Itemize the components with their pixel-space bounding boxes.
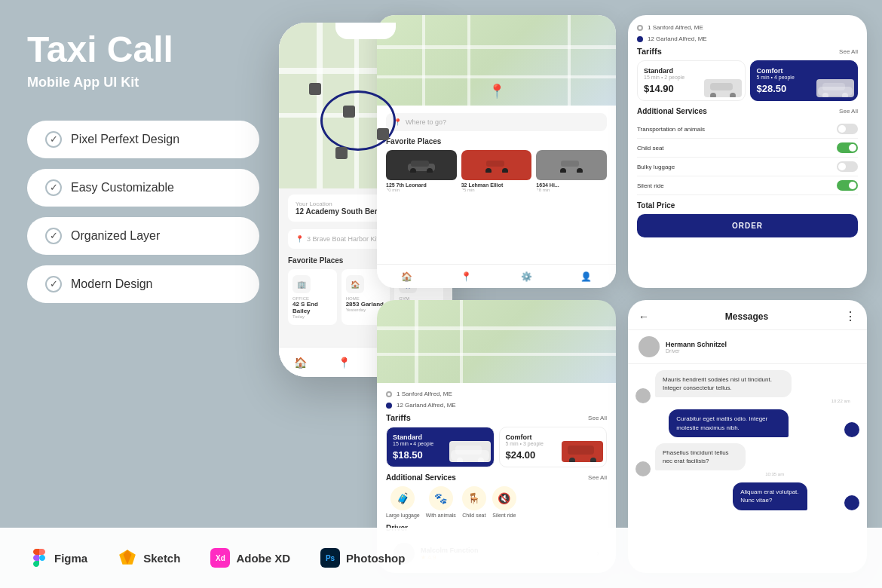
tool-figma: Figma: [30, 549, 87, 567]
s3-route-to: 12 Garland Alfred, ME: [386, 402, 607, 409]
service-animals[interactable]: 🐾 With animals: [426, 486, 456, 518]
app-subtitle: Mobile App UI Kit: [27, 75, 259, 90]
sketch-icon: [118, 548, 137, 568]
route-dot-to: [637, 36, 643, 42]
car-cards-row: 125 7th Leonard 20 min 32 Lehman Elliot …: [386, 150, 607, 192]
screen4-header: ← Messages ⋮: [628, 300, 867, 330]
fav-places-label: Favorite Places: [386, 137, 607, 145]
toggle-silent[interactable]: [837, 180, 858, 191]
tariff-cards: Standard 15 min • 2 people $14.90 Comfor…: [637, 60, 858, 101]
message-0: Mauris hendrerit sodales nisl ut tincidu…: [635, 370, 859, 403]
tool-xd: Xd Adobe XD: [210, 548, 290, 568]
msg-bubble-2: Phasellus tincidunt tellus nec erat faci…: [655, 443, 746, 470]
tariffs-header: Tariffs See All: [637, 47, 858, 56]
phone-notch: [335, 23, 396, 39]
feature-customizable: ✓ Easy Customizable: [27, 169, 259, 207]
add-services-icons: 🧳 Large luggage 🐾 With animals 🪑 Child s…: [386, 486, 607, 518]
screen1-bottom-nav: 🏠 📍 ⚙️ 👤: [377, 264, 616, 288]
toggle-child[interactable]: [837, 142, 858, 153]
tool-photoshop: Ps Photoshop: [320, 548, 405, 568]
ps-icon: Ps: [320, 548, 340, 568]
add-services-header: Additional Services See All: [637, 107, 858, 115]
car-image-1: [461, 150, 532, 180]
service-row-2: Bulky luggage: [637, 158, 858, 176]
total-price-section: Total Price ORDER: [637, 201, 858, 237]
svg-rect-21: [455, 446, 482, 455]
xd-icon: Xd: [210, 548, 230, 568]
tariff-standard[interactable]: Standard 15 min • 2 people $14.90: [637, 60, 746, 101]
car-card-0: 125 7th Leonard 20 min: [386, 150, 457, 192]
dest-input[interactable]: 📍 Where to go?: [386, 113, 607, 131]
msg-bubble-1: Curabitur eget mattis odio. Integer mole…: [669, 409, 789, 436]
s1-nav-user[interactable]: 👤: [580, 271, 592, 282]
check-icon: ✓: [45, 276, 62, 292]
screen2-content: 1 Sanford Alfred, ME 12 Garland Alfred, …: [628, 15, 867, 247]
screen3-map: [377, 300, 616, 383]
service-luggage[interactable]: 🧳 Large luggage: [386, 486, 420, 518]
car-card-1: 32 Lehman Elliot 25 min: [461, 150, 532, 192]
messages-title: Messages: [725, 311, 768, 322]
map-pin-icon: 📍: [488, 83, 505, 100]
app-title: Taxi Call: [27, 30, 259, 70]
s3-car-img-1: [562, 441, 603, 462]
check-icon: ✓: [45, 131, 62, 148]
toggle-luggage[interactable]: [837, 161, 858, 172]
order-button[interactable]: ORDER: [637, 214, 858, 237]
chat-avatar: [639, 336, 660, 357]
toggle-animals[interactable]: [837, 124, 858, 134]
s3-dot-from: [386, 391, 392, 397]
check-icon: ✓: [45, 179, 62, 196]
map-car-3: [377, 128, 389, 140]
svg-rect-9: [561, 161, 579, 167]
s3-tariff-comfort[interactable]: Comfort 5 min • 3 people $24.00: [499, 427, 608, 467]
feature-modern: ✓ Modern Design: [27, 265, 259, 303]
s3-add-services-header: Additional Services See All: [386, 473, 607, 482]
msg-avatar-2: [635, 461, 651, 476]
screen-favorite-places: 📍 📍 Where to go? Favorite Places 125 7th…: [377, 15, 616, 288]
service-silent[interactable]: 🔇 Silent ride: [492, 486, 516, 518]
left-panel: Taxi Call Mobile App UI Kit ✓ Pixel Perf…: [0, 0, 286, 588]
message-3: Aliquam erat volutpat. Nunc vitae?: [635, 482, 859, 510]
tariff-car-standard: [704, 79, 742, 97]
message-1: Curabitur eget mattis odio. Integer mole…: [635, 409, 859, 436]
nav-home-icon[interactable]: 🏠: [294, 356, 308, 369]
back-button[interactable]: ←: [639, 311, 649, 323]
child-seat-icon: 🪑: [462, 486, 486, 510]
s1-nav-home[interactable]: 🏠: [401, 271, 412, 282]
svg-rect-25: [568, 446, 594, 455]
tariff-comfort[interactable]: Comfort 5 min • 4 people $28.50: [750, 60, 859, 101]
feature-layer: ✓ Organized Layer: [27, 217, 259, 255]
screen1-content: 📍 Where to go? Favorite Places 125 7th L…: [377, 106, 616, 200]
check-icon: ✓: [45, 228, 62, 244]
map-car-1: [309, 83, 321, 95]
footer-tools-bar: Figma Sketch Xd Adobe XD Ps Photoshop: [0, 528, 882, 588]
car-image-2: [536, 150, 607, 180]
service-row-1: Child seat: [637, 139, 858, 158]
luggage-icon: 🧳: [390, 486, 415, 510]
map-car-2: [343, 106, 355, 118]
svg-rect-5: [486, 161, 504, 167]
more-button[interactable]: ⋮: [844, 309, 856, 323]
car-card-2: 1634 Hi... 28 min: [536, 150, 607, 192]
svg-rect-17: [822, 83, 845, 90]
s3-dot-to: [386, 403, 392, 409]
s1-nav-gear[interactable]: ⚙️: [521, 271, 532, 282]
screen-tariffs: 1 Sanford Alfred, ME 12 Garland Alfred, …: [628, 15, 867, 288]
silent-icon: 🔇: [492, 486, 516, 510]
s3-route-from: 1 Sanford Alfred, ME: [386, 390, 607, 397]
figma-icon: [30, 549, 48, 567]
svg-rect-1: [411, 161, 429, 167]
service-child[interactable]: 🪑 Child seat: [462, 486, 486, 518]
office-icon: 🏢: [292, 275, 311, 293]
s1-nav-pin[interactable]: 📍: [461, 271, 472, 282]
s3-tariff-standard[interactable]: Standard 15 min • 4 people $18.50: [386, 427, 495, 467]
service-row-0: Transportation of animals: [637, 120, 858, 139]
route-to: 12 Garland Alfred, ME: [637, 35, 858, 42]
message-2: Phasellus tincidunt tellus nec erat faci…: [635, 443, 859, 476]
screen1-map: 📍: [377, 15, 616, 106]
animals-icon: 🐾: [429, 486, 453, 510]
route-dot-from: [637, 25, 643, 31]
map-oval: [320, 90, 396, 151]
route-from: 1 Sanford Alfred, ME: [637, 24, 858, 31]
nav-location-icon[interactable]: 📍: [337, 356, 351, 369]
